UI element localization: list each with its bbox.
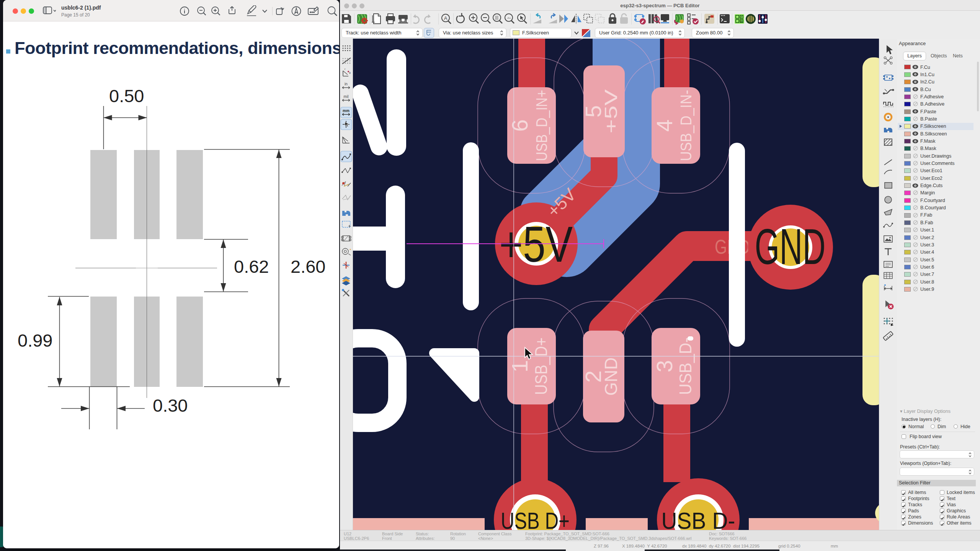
svg-text:USB_D_IN-: USB_D_IN-	[678, 90, 694, 161]
svg-text:θ: θ	[349, 72, 351, 74]
svg-text:+5V: +5V	[601, 89, 621, 133]
svg-text:3: 3	[652, 360, 677, 372]
svg-text:B: B	[740, 20, 743, 23]
svg-text:GND: GND	[755, 218, 826, 275]
svg-text:0.50: 0.50	[109, 86, 144, 106]
svg-text:0.99: 0.99	[18, 330, 52, 350]
svg-text:+5V: +5V	[499, 216, 573, 272]
svg-text:in: in	[345, 82, 348, 86]
svg-text:2.60: 2.60	[291, 256, 325, 277]
svg-text:USB_D+: USB_D+	[532, 337, 550, 395]
svg-text:GND: GND	[601, 357, 621, 396]
svg-text:0.62: 0.62	[234, 256, 269, 277]
svg-text:r: r	[345, 68, 346, 70]
svg-text:4: 4	[652, 119, 677, 132]
svg-text:0.30: 0.30	[153, 395, 188, 416]
svg-text:mil: mil	[344, 95, 349, 99]
svg-text:USB_D-: USB_D-	[676, 337, 695, 395]
svg-text:A: A	[444, 15, 448, 21]
svg-text:1: 1	[507, 360, 532, 372]
svg-text:mm: mm	[343, 109, 350, 113]
svg-text:6: 6	[507, 119, 532, 132]
svg-text:F: F	[741, 15, 743, 19]
svg-text:USB D+: USB D+	[501, 507, 570, 530]
svg-text:USB D-: USB D-	[662, 507, 735, 530]
svg-text:USB_D_IN+: USB_D_IN+	[533, 90, 550, 161]
